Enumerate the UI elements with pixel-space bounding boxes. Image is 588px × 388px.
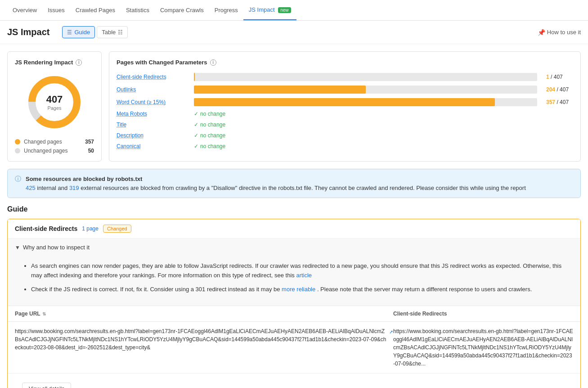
external-count-link[interactable]: 319 — [69, 185, 79, 191]
nav-js-impact[interactable]: JS Impact new — [243, 0, 296, 20]
col-header-redirects: Client-side Redirects — [393, 311, 573, 317]
article-link[interactable]: article — [296, 272, 312, 279]
param-count-outlinks: 204 / 407 — [546, 86, 573, 93]
bar-redirects — [194, 73, 537, 81]
changed-badge: Changed — [103, 225, 131, 233]
unchanged-dot — [15, 148, 20, 153]
no-change-row-canonical: Canonical ✓ no change — [117, 143, 573, 149]
param-row-wordcount: Word Count (≥ 15%) 357 / 407 — [117, 98, 573, 106]
rendering-impact-card: JS Rendering Impact i 407 Pages — [7, 51, 102, 162]
check-icon-meta: ✓ — [194, 111, 198, 117]
cell-url: https://www.booking.com/searchresults.en… — [15, 327, 393, 352]
view-all-details-button[interactable]: View all details — [22, 383, 71, 388]
rendering-info-icon[interactable]: i — [76, 59, 82, 66]
no-change-row-meta: Meta Robots ✓ no change — [117, 111, 573, 117]
param-count-redirects: 1 / 407 — [546, 74, 573, 80]
top-navigation: Overview Issues Crawled Pages Statistics… — [0, 0, 588, 21]
page-header: JS Impact ☰ Guide Table ☷ 📌 How to use i… — [0, 21, 588, 44]
param-row-redirects: Client-side Redirects 1 / 407 — [117, 73, 573, 81]
location-icon: 📌 — [538, 29, 545, 36]
alert-title: Some resources are blocked by robots.txt — [26, 176, 142, 182]
more-reliable-link[interactable]: more reliable — [282, 286, 315, 293]
no-change-val-title: ✓ no change — [194, 122, 225, 128]
no-change-name-desc[interactable]: Description — [117, 132, 189, 139]
no-change-name-meta[interactable]: Meta Robots — [117, 111, 189, 117]
guide-title: Guide — [7, 205, 581, 213]
nav-overview[interactable]: Overview — [7, 0, 42, 20]
guide-view-button[interactable]: ☰ Guide — [62, 26, 95, 38]
alert-icon: ⓘ — [15, 175, 21, 183]
main-content: JS Rendering Impact i 407 Pages — [0, 44, 588, 388]
no-change-val-canonical: ✓ no change — [194, 143, 225, 149]
params-card: Pages with Changed Parameters i Client-s… — [109, 51, 581, 162]
col-header-url: Page URL ⇅ — [15, 311, 393, 317]
why-header[interactable]: ▼ Why and how to inspect it — [8, 239, 580, 256]
bar-outlinks — [194, 86, 537, 94]
check-icon-canonical: ✓ — [194, 143, 198, 149]
data-table: Page URL ⇅ Client-side Redirects https:/… — [8, 306, 580, 374]
nav-issues[interactable]: Issues — [42, 0, 70, 20]
why-bullet-2: Check if the JS redirect is correct. If … — [31, 285, 573, 294]
legend-changed: Changed pages 357 — [15, 139, 94, 145]
bar-wordcount — [194, 98, 537, 106]
external-link-icon[interactable]: ➚ — [389, 328, 393, 336]
nav-statistics[interactable]: Statistics — [121, 0, 155, 20]
table-view-button[interactable]: Table ☷ — [97, 26, 128, 38]
internal-count-link[interactable]: 425 — [26, 185, 36, 191]
page-count-badge: 1 page — [82, 226, 99, 232]
check-icon-title: ✓ — [194, 122, 198, 128]
no-change-name-canonical[interactable]: Canonical — [117, 143, 189, 149]
check-icon-desc: ✓ — [194, 132, 198, 139]
params-card-title: Pages with Changed Parameters i — [117, 59, 573, 66]
legend-unchanged: Unchanged pages 50 — [15, 148, 94, 154]
no-change-val-meta: ✓ no change — [194, 111, 225, 117]
donut-center: 407 Pages — [46, 94, 63, 111]
why-bullet-1: As search engines can now render pages, … — [31, 262, 573, 280]
table-header: Page URL ⇅ Client-side Redirects — [8, 306, 580, 322]
top-section: JS Rendering Impact i 407 Pages — [7, 51, 581, 162]
alert-text: Some resources are blocked by robots.txt… — [26, 175, 526, 192]
why-section: ▼ Why and how to inspect it As search en… — [8, 239, 580, 306]
donut-chart: 407 Pages — [25, 73, 84, 131]
rendering-card-title: JS Rendering Impact i — [15, 59, 94, 66]
guide-card-header: Client-side Redirects 1 page Changed — [8, 219, 580, 239]
nav-compare-crawls[interactable]: Compare Crawls — [155, 0, 209, 20]
param-count-wordcount: 357 / 407 — [546, 99, 573, 105]
nav-crawled-pages[interactable]: Crawled Pages — [70, 0, 121, 20]
alert-banner: ⓘ Some resources are blocked by robots.t… — [7, 169, 581, 198]
no-change-name-title[interactable]: Title — [117, 122, 189, 128]
param-name-wordcount[interactable]: Word Count (≥ 15%) — [117, 99, 189, 105]
chart-legend: Changed pages 357 Unchanged pages 50 — [15, 139, 94, 154]
changed-dot — [15, 139, 20, 144]
page-title: JS Impact — [7, 27, 49, 37]
bar-fill-wordcount — [194, 98, 495, 106]
guide-section-title: Client-side Redirects — [15, 225, 77, 232]
view-details-container: View all details — [8, 374, 580, 388]
no-change-row-title: Title ✓ no change — [117, 122, 573, 128]
param-name-redirects[interactable]: Client-side Redirects — [117, 74, 189, 80]
table-row: https://www.booking.com/searchresults.en… — [8, 322, 580, 374]
bar-fill-outlinks — [194, 86, 366, 94]
params-info-icon[interactable]: i — [210, 59, 216, 66]
nav-progress[interactable]: Progress — [209, 0, 243, 20]
chevron-down-icon: ▼ — [15, 244, 20, 251]
param-name-outlinks[interactable]: Outlinks — [117, 86, 189, 93]
guide-card: Client-side Redirects 1 page Changed ▼ W… — [7, 219, 581, 388]
why-body: As search engines can now render pages, … — [8, 256, 580, 306]
guide-section: Guide Client-side Redirects 1 page Chang… — [7, 205, 581, 388]
no-change-val-desc: ✓ no change — [194, 132, 225, 139]
bar-fill-redirects — [194, 73, 195, 81]
new-badge: new — [278, 7, 291, 13]
sort-icon-url[interactable]: ⇅ — [42, 311, 46, 316]
param-row-outlinks: Outlinks 204 / 407 — [117, 86, 573, 94]
view-toggle: ☰ Guide Table ☷ — [62, 26, 128, 38]
how-to-use-link[interactable]: 📌 How to use it — [538, 29, 581, 36]
no-change-row-desc: Description ✓ no change — [117, 132, 573, 139]
cell-redirect: https://www.booking.com/searchresults.en… — [393, 327, 573, 368]
donut-chart-container: 407 Pages — [15, 73, 94, 131]
